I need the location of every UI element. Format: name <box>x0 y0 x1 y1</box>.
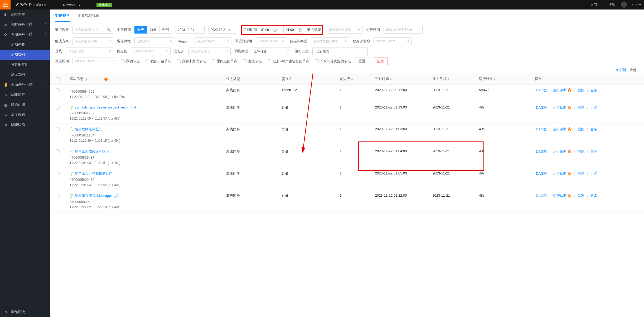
node-name-link[interactable]: 售后成绩返利区间 <box>75 127 102 131</box>
filter-checkbox[interactable]: 长时间等资源的节点 <box>315 59 351 64</box>
filter-checkbox[interactable]: 过去24h产生告警的节点 <box>268 59 309 64</box>
row-checkbox[interactable] <box>56 172 60 175</box>
op-dag[interactable]: DAG图 <box>535 149 548 154</box>
select-bizflow[interactable]: 业务流程 <box>134 37 174 45</box>
op-dag[interactable]: DAG图 <box>535 193 548 198</box>
workspace-name[interactable]: Network_BI <box>63 3 81 7</box>
op-more[interactable]: 更多 <box>589 105 598 110</box>
op-rerun[interactable]: 重跑 <box>577 88 585 93</box>
topbar-right-item[interactable]: 入门 <box>590 2 597 7</box>
op-rerun[interactable]: 重跑 <box>577 193 585 198</box>
topbar-right-item[interactable]: ··· <box>602 3 605 7</box>
tab[interactable]: 实例视角 <box>55 10 70 22</box>
select-owner[interactable]: 请选择责任人 <box>188 48 231 55</box>
menu-hamburger[interactable] <box>0 0 11 10</box>
sidebar-item[interactable]: ◐运维大屏 <box>0 10 50 20</box>
search-input-field[interactable] <box>75 28 107 32</box>
op-dag[interactable]: DAG图 <box>535 127 548 132</box>
clear-button[interactable]: 清空 <box>373 58 388 65</box>
bizdate-to[interactable]: 2023-12-21▦ <box>208 26 237 34</box>
op-dag[interactable]: DAG图 <box>535 105 548 110</box>
sidebar-item[interactable]: ≋实时任务运维˅ <box>0 20 50 30</box>
op-more[interactable]: 更多 <box>589 88 598 93</box>
col-info[interactable]: 基本信息 ▲▼ <box>67 73 224 85</box>
schedtime-to[interactable]: 01:00 <box>283 26 304 34</box>
tab[interactable]: 业务流程视角 <box>77 10 99 21</box>
select-schedres[interactable]: Please Select <box>256 37 286 45</box>
node-name-link[interactable]: 销售密采成绩返利区间 <box>75 149 109 153</box>
col-duration[interactable]: 运行时长▲▼ <box>476 73 532 85</box>
select-dsname[interactable]: Please Select <box>374 37 412 45</box>
sidebar-item[interactable]: 周期任务 <box>0 40 50 50</box>
sidebar-item[interactable]: ▦资源运维 <box>0 100 50 110</box>
sidebar-item[interactable]: ⎈智能诊断 <box>0 120 50 130</box>
sidebar-item[interactable]: ∿智能监控˅ <box>0 90 50 100</box>
filter-checkbox[interactable]: 我的未完成节点 <box>177 59 206 64</box>
op-rerun[interactable]: 重跑 <box>577 171 585 176</box>
status-tag[interactable]: 运行成功× <box>315 49 334 54</box>
select-dstype[interactable]: 请选择数据源类型 <box>311 37 349 45</box>
select-baseline[interactable]: 请选择基线 <box>66 48 113 55</box>
select-nodetype[interactable]: 请选择节点类型 <box>327 26 362 34</box>
op-dag[interactable]: DAG图 <box>535 88 548 93</box>
select-runstatus[interactable]: 运行成功× <box>312 48 368 55</box>
op-diag[interactable]: 运行诊断🔥 <box>552 105 573 110</box>
row-checkbox[interactable] <box>56 149 60 153</box>
filter-checkbox[interactable]: 重跑过的节点 <box>212 59 237 64</box>
filter-checkbox[interactable]: 我的节点 <box>121 59 140 64</box>
op-rerun[interactable]: 重跑 <box>577 105 585 110</box>
sidebar-item[interactable]: ⟳周期任务运维˅ <box>0 30 50 40</box>
row-checkbox[interactable] <box>56 106 60 110</box>
select-schedtype[interactable]: 正常任务 <box>252 48 291 55</box>
select-solution[interactable]: 请选择解决方案 <box>72 37 113 45</box>
search-input[interactable]: 🔍 <box>72 26 113 34</box>
select-region[interactable]: 请选择region <box>195 37 231 45</box>
topbar-right-item[interactable]: 帮助 <box>609 2 616 7</box>
checkbox-all[interactable] <box>56 77 60 81</box>
col-owner[interactable]: 责任人 <box>279 73 337 85</box>
col-sched[interactable]: 定时时间▲▼ <box>372 73 430 85</box>
filter-checkbox[interactable]: 我的出错节点 <box>146 59 171 64</box>
op-diag[interactable]: 运行诊断🔥 <box>552 149 573 154</box>
sidebar-item[interactable]: ⚙调度设置˅ <box>0 110 50 120</box>
op-diag[interactable]: 运行诊断🔥 <box>552 193 573 198</box>
bizdate-option[interactable]: 昨天 <box>134 26 147 34</box>
col-type[interactable]: 任务类型 <box>224 73 279 85</box>
op-more[interactable]: 更多 <box>589 149 598 154</box>
op-more[interactable]: 更多 <box>589 171 598 176</box>
col-bizdate[interactable]: 业务日期▲▼ <box>430 73 476 85</box>
op-diag[interactable]: 运行诊断🔥 <box>552 127 573 132</box>
row-checkbox[interactable] <box>56 88 60 92</box>
sidebar-item-history[interactable]: ↻ 操作历史 <box>0 307 50 317</box>
username[interactable]: hua*** <box>632 3 641 7</box>
reset-button[interactable]: 重置 <box>355 58 369 65</box>
row-checkbox[interactable] <box>56 194 60 197</box>
node-name-link[interactable]: syn_ods_sps_dealer_inspect_result_f_d <box>75 105 136 109</box>
sidebar-item[interactable]: 测试实例 <box>0 70 50 80</box>
refresh-button[interactable]: ↻ 刷新 <box>615 68 626 72</box>
op-rerun[interactable]: 重跑 <box>577 149 585 154</box>
avatar[interactable] <box>621 2 627 8</box>
sidebar-item[interactable]: ✋手动任务运维˅ <box>0 80 50 90</box>
op-diag[interactable]: 运行诊断🔥 <box>552 171 573 176</box>
bizdate-from[interactable]: 2023-12-21 <box>176 26 205 34</box>
col-priority[interactable]: 优先级▲▼ <box>337 73 372 85</box>
op-rerun[interactable]: 重跑 <box>577 127 585 132</box>
close-icon[interactable]: × <box>331 49 332 53</box>
bizdate-option[interactable]: 前天 <box>147 26 159 34</box>
op-more[interactable]: 更多 <box>589 127 598 132</box>
op-more[interactable]: 更多 <box>589 193 598 198</box>
op-diag[interactable]: 运行诊断🔥 <box>552 88 573 93</box>
collapse-button[interactable]: 收起 <box>630 68 637 72</box>
input-rundate[interactable]: 请选择运行日期▦ <box>384 26 423 34</box>
schedtime-from[interactable]: 00:00 <box>259 26 279 34</box>
op-dag[interactable]: DAG图 <box>535 171 548 176</box>
row-checkbox[interactable] <box>56 127 60 131</box>
sidebar-item[interactable]: 周期实例 <box>0 50 50 60</box>
bizdate-option[interactable]: 全部 <box>159 26 172 34</box>
select-priority[interactable]: Please Select <box>131 48 171 55</box>
filter-checkbox[interactable]: 变慢节点 <box>243 59 262 64</box>
node-name-link[interactable]: 销售密采经销商得分动态 <box>75 172 113 176</box>
select-schedcycle[interactable]: Please Select <box>72 58 117 65</box>
node-name-link[interactable]: 销售密采流程模块mapping表 <box>75 194 119 198</box>
